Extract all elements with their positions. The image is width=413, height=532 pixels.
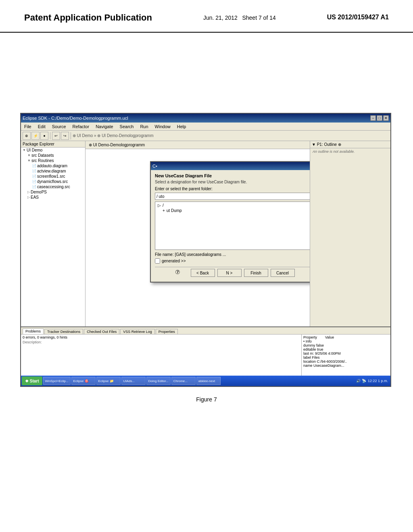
center-tab-label[interactable]: ⊕ UI Demo-Demologprogramm [89,143,145,147]
patent-date-sheet: Jun. 21, 2012 Sheet 7 of 14 [203,12,276,21]
menu-window[interactable]: Window [153,124,172,129]
title-bar-buttons: − □ ✕ [370,115,389,121]
taskbar-icons: 🔊 📡 [356,379,366,383]
tree-item-demops[interactable]: ▷ DemoPS [21,189,85,195]
ide-window: Eclipse SDK - C:/Demo/Demo-Demologprogra… [21,114,390,386]
modal-section-title: New UseCase Diagram File [155,173,310,178]
tree-item-screenflow[interactable]: 📄 screenflow1.src [21,174,85,179]
start-button[interactable]: ❖ Start [22,376,42,385]
left-panel-tree: Package Explorer ▼ UI Demo ▼ src Dataset… [21,141,86,326]
tree-item-dynamicflows[interactable]: 📄 dynamicflows.src [21,179,85,184]
taskbar: ❖ Start WinSpcl+Eclip... Eclipse 🎯 Eclip… [21,376,390,386]
close-button[interactable]: ✕ [383,115,389,121]
maximize-button[interactable]: □ [377,115,382,121]
taskbar-item-6[interactable]: Chrome... [171,377,196,385]
filename-label: File name: [GAS] usecasedialograms ... [155,252,310,257]
modal-tree-area: ▷ / + ut Dump [155,202,310,250]
modal-tree-root[interactable]: ▷ / [156,203,310,208]
next-button[interactable]: N > [217,269,242,277]
menu-refactor[interactable]: Refactor [71,124,91,129]
menu-source[interactable]: Source [50,124,68,129]
problems-count: 0 errors, 0 warnings, 0 hints [23,335,300,339]
center-panel: ⊕ UI Demo-Demologprogramm C• ✕ New UseCa… [86,141,310,326]
help-icon: ⑦ [175,269,180,277]
tree-item-addauto[interactable]: 📄 addauto.diagram [21,163,85,168]
tree-item-ui-demo[interactable]: ▼ UI Demo [21,148,85,153]
tree-item-src-datasets[interactable]: ▼ src Datasets [21,153,85,158]
patent-title: Patent Application Publication [24,12,152,24]
taskbar-item-2[interactable]: Eclipse 🎯 [71,377,96,385]
tab-properties[interactable]: Properties [156,329,178,334]
patent-number: US 2012/0159427 A1 [327,12,389,21]
modal-tree-dump[interactable]: + ut Dump [156,208,310,213]
main-content-area: Package Explorer ▼ UI Demo ▼ src Dataset… [21,141,390,326]
bottom-tabs: Problems Tracker Destinations Checked Ou… [21,327,390,335]
toolbar-btn-4[interactable]: ↩ [52,132,60,140]
bottom-area: Problems Tracker Destinations Checked Ou… [21,326,390,379]
tree-item-eas[interactable]: ▷ EAS [21,195,85,200]
outline-header: ▼ P1: Outline ⊕ [310,141,390,148]
prop-label: label Files [303,355,389,360]
tab-vss-log[interactable]: VSS Retrieve Log [120,329,155,334]
menu-search[interactable]: Search [118,124,136,129]
figure-caption: Figure 7 [0,393,413,406]
prop-location: location C:/94-6003/2006/.. [303,360,389,364]
page-header: Patent Application Publication Jun. 21, … [0,0,413,28]
prop-info: • Info [303,339,389,343]
menu-file[interactable]: File [23,124,33,129]
bottom-right-panel: Property Value • Info dummy false editab… [302,335,390,379]
tree-item-src-routines[interactable]: ▼ src Routines [21,158,85,163]
tab-tracker[interactable]: Tracker Destinations [44,329,83,334]
folder-input[interactable] [155,193,310,200]
menu-bar: File Edit Source Refactor Navigate Searc… [21,123,390,131]
checkbox-label: generated >> [162,259,186,263]
screenshot-area: Eclipse SDK - C:/Demo/Demo-Demologprogra… [20,113,391,387]
properties-header: Property Value [303,335,389,339]
modal-subtitle: Select a designation for new UseCase Dia… [155,180,310,184]
right-panel-outline: ▼ P1: Outline ⊕ An outline is not availa… [310,141,390,326]
menu-help[interactable]: Help [175,124,188,129]
taskbar-item-3[interactable]: Eclipse 📁 [96,377,121,385]
menu-run[interactable]: Run [138,124,150,129]
menu-navigate[interactable]: Navigate [94,124,115,129]
modal-checkbox-area: generated >> [155,258,310,264]
finish-button[interactable]: Finish [244,269,268,277]
cancel-button[interactable]: Cancel [271,269,295,277]
generated-checkbox[interactable] [155,258,160,264]
back-button[interactable]: < Back [191,269,215,277]
toolbar-breadcrumb: ⊕ UI Demo » ⊕ UI Demo-Demologprogramm [73,133,154,138]
taskbar-item-7[interactable]: abklee-next [196,377,221,385]
toolbar-btn-1[interactable]: ⊕ [23,132,31,140]
tree-item-caseaccessing[interactable]: 📄 caseaccessing.src [21,184,85,189]
description-label: Description: [23,340,300,344]
modal-buttons: ⑦ < Back N > Finish Cancel [155,267,310,278]
taskbar-item-4[interactable]: UIAds... [121,377,146,385]
center-header: ⊕ UI Demo-Demologprogramm [86,141,310,149]
toolbar: ⊕ ⚡ ● ↩ ↪ ⊕ UI Demo » ⊕ UI Demo-Demologp… [21,131,390,141]
modal-dialog: C• ✕ New UseCase Diagram File Select a d… [150,161,310,283]
ide-title-bar: Eclipse SDK - C:/Demo/Demo-Demologprogra… [21,114,390,123]
toolbar-btn-2[interactable]: ⚡ [31,132,40,140]
outline-message: An outline is not available. [310,148,390,155]
menu-edit[interactable]: Edit [36,124,47,129]
modal-title-text: C• [152,164,157,168]
ide-title-text: Eclipse SDK - C:/Demo/Demo-Demologprogra… [23,116,128,121]
tree-item-actview[interactable]: 📄 actview.diagram [21,168,85,174]
modal-title-bar: C• ✕ [151,162,310,170]
bottom-content: 0 errors, 0 warnings, 0 hints Descriptio… [21,335,390,379]
minimize-button[interactable]: − [370,115,376,121]
tab-checked-out[interactable]: Checked Out Files [84,329,119,334]
prop-lastmod: last m: 9/25/06 4:00PM [303,351,389,355]
taskbar-right: 🔊 📡 12:22 1 p.m. [356,379,390,383]
toolbar-btn-5[interactable]: ↪ [61,132,69,140]
taskbar-item-1[interactable]: WinSpcl+Eclip... [43,377,71,385]
taskbar-item-5[interactable]: Doing Editor... [146,377,171,385]
tab-problems[interactable]: Problems [23,328,44,334]
toolbar-btn-3[interactable]: ● [40,132,48,140]
tree-header: Package Explorer [21,141,85,148]
modal-folder-label: Enter or select the parent folder: [155,187,310,191]
taskbar-time: 12:22 1 p.m. [368,379,388,383]
prop-name: name UsecaseDiagram... [303,364,389,368]
toolbar-separator-1 [50,132,50,139]
filename-area: File name: [GAS] usecasedialograms ... [155,252,310,257]
